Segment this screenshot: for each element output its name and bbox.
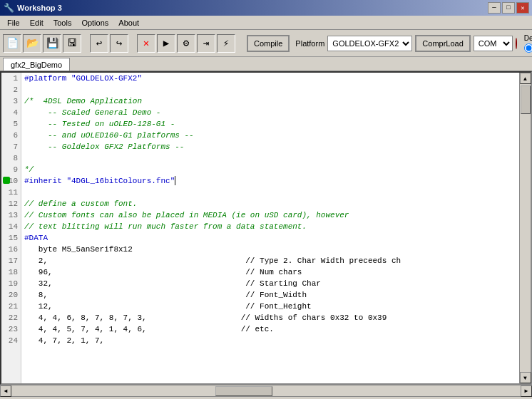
maximize-button[interactable]: □ [502,2,515,14]
line-number-9: 9 [1,164,21,175]
save-all-button[interactable]: 🖫 [63,34,81,53]
nav-buttons: ↩ ↪ [90,34,128,53]
open-button[interactable]: 📂 [23,34,41,53]
scroll-right-button[interactable]: ▶ [521,385,532,397]
com-select[interactable]: COM 3 [474,36,513,51]
code-line-5: -- Tested on uOLED-128-G1 - [24,118,516,130]
scroll-track-v[interactable] [520,84,531,372]
title-bar: 🔧 Workshop 3 ─ □ ✕ [0,0,532,16]
scroll-thumb-h[interactable] [215,386,272,396]
scroll-thumb-v[interactable] [521,86,531,114]
line-number-3: 3 [1,95,21,107]
scroll-left-button[interactable]: ◀ [0,385,11,397]
window-controls: ─ □ ✕ [488,2,529,14]
menu-edit[interactable]: Edit [26,17,48,28]
code-line-17: 2, // Type 2. Char Width preceeds ch [24,255,516,266]
line-number-18: 18 [1,266,21,278]
line-number-13: 13 [1,209,21,221]
code-line-2 [24,84,516,95]
line-number-8: 8 [1,152,21,164]
file-buttons: 📄 📂 💾 🖫 [3,34,81,53]
connection-indicator [516,38,517,49]
minimize-button[interactable]: ─ [488,2,501,14]
platform-select[interactable]: GOLDELOX-GFX2 [327,36,412,51]
code-area[interactable]: #platform "GOLDELOX-GFX2" /* 4DSL Demo A… [21,73,519,383]
scroll-up-button[interactable]: ▲ [520,73,531,84]
destination-label: Destination [524,34,532,42]
line-number-21: 21 [1,301,21,312]
scroll-down-button[interactable]: ▼ [520,372,531,383]
menu-bar: File Edit Tools Options About [0,16,532,30]
code-content[interactable]: #platform "GOLDELOX-GFX2" /* 4DSL Demo A… [21,73,519,346]
tab-bar: gfx2_BigDemo [0,57,532,71]
code-line-12: // define a custom font. [24,198,516,209]
platform-label: Platform [295,39,324,48]
line-number-14: 14 [1,221,21,232]
line-number-17: 17 [1,255,21,266]
step-button[interactable]: ⇥ [197,34,215,53]
forward-button[interactable]: ↪ [110,34,128,53]
code-line-23: 4, 4, 5, 7, 4, 1, 4, 6, // etc. [24,323,516,335]
horizontal-scrollbar[interactable]: ◀ ▶ [0,385,532,396]
line-number-23: 23 [1,323,21,335]
run-button[interactable]: ▶ [157,34,175,53]
line-number-5: 5 [1,118,21,130]
code-line-10: #inherit "4DGL_16bitColours.fnc" [24,175,516,187]
code-line-1: #platform "GOLDELOX-GFX2" [24,73,516,84]
radio-group: Ram Flash [524,43,532,53]
line-number-22: 22 [1,312,21,323]
code-line-20: 8, // Font_Width [24,289,516,301]
code-line-4: -- Scaled General Demo - [24,107,516,118]
line-number-1: 1 [1,73,21,84]
code-line-21: 12, // Font_Height [24,301,516,312]
radio-ram[interactable]: Ram [524,43,532,53]
status-bar [0,396,532,399]
menu-tools[interactable]: Tools [49,17,76,28]
save-button[interactable]: 💾 [43,34,61,53]
back-button[interactable]: ↩ [90,34,108,53]
line-number-16: 16 [1,244,21,255]
code-line-19: 32, // Starting Char [24,278,516,289]
toolbar: 📄 📂 💾 🖫 ↩ ↪ ✕ ▶ ⚙ ⇥ ⚡ Compile Platform G… [0,30,532,57]
comprload-button[interactable]: ComprLoad [415,35,470,52]
code-line-16: byte M5_5anSerif8x12 [24,244,516,255]
tab-gfx2bigdemo[interactable]: gfx2_BigDemo [3,58,70,71]
code-line-6: -- and uOLED160-G1 platforms -- [24,130,516,141]
extra-button[interactable]: ⚡ [217,34,235,53]
new-button[interactable]: 📄 [3,34,21,53]
code-line-9: */ [24,164,516,175]
menu-options[interactable]: Options [77,17,113,28]
menu-file[interactable]: File [3,17,24,28]
line-number-19: 19 [1,278,21,289]
editor-container: 123456789101112131415161718192021222324 … [0,71,532,385]
vertical-scrollbar[interactable]: ▲ ▼ [519,73,531,383]
breakpoint-indicator [3,177,10,184]
compile-button[interactable]: Compile [247,35,290,52]
code-line-13: // Custom fonts can also be placed in ME… [24,209,516,221]
destination-group: Destination Ram Flash [524,34,532,53]
code-line-11 [24,187,516,198]
line-number-6: 6 [1,130,21,141]
scroll-track-h[interactable] [11,385,521,396]
close-button[interactable]: ✕ [516,2,529,14]
line-numbers: 123456789101112131415161718192021222324 [1,73,21,383]
line-number-4: 4 [1,107,21,118]
code-line-14: // text blitting will run much faster fr… [24,221,516,232]
code-line-8 [24,152,516,164]
stop-button[interactable]: ✕ [137,34,155,53]
code-line-3: /* 4DSL Demo Application [24,95,516,107]
line-number-7: 7 [1,141,21,152]
line-number-12: 12 [1,198,21,209]
code-line-24: 4, 7, 2, 1, 7, [24,335,516,346]
app-icon: 🔧 [3,2,14,14]
code-line-7: -- Goldelox GFX2 Platforms -- [24,141,516,152]
text-cursor [175,176,175,185]
code-line-22: 4, 4, 6, 8, 7, 8, 7, 3, // Widths of cha… [24,312,516,323]
line-number-11: 11 [1,187,21,198]
line-number-2: 2 [1,84,21,95]
debug-button[interactable]: ⚙ [177,34,195,53]
menu-about[interactable]: About [114,17,143,28]
action-buttons: ✕ ▶ ⚙ ⇥ ⚡ [137,34,235,53]
line-number-10: 10 [1,175,21,187]
code-line-18: 96, // Num chars [24,266,516,278]
